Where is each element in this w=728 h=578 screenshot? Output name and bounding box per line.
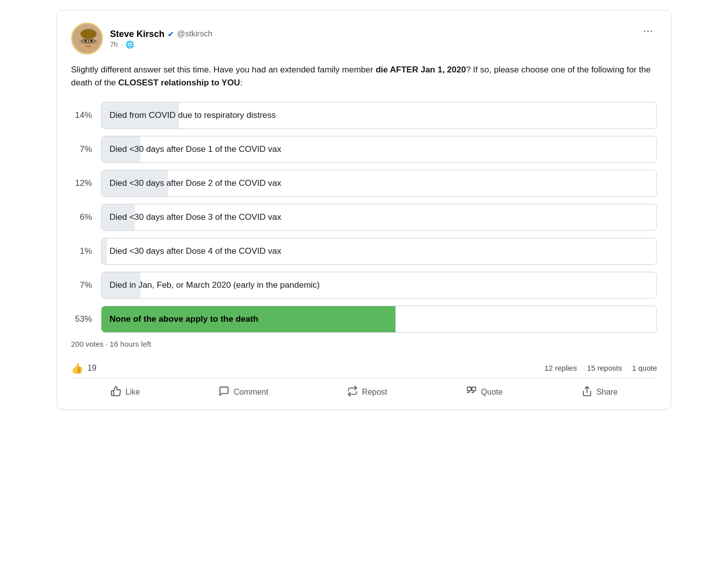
svg-point-4: [80, 29, 96, 39]
author-info: Steve Kirsch ✔ @stkirsch 7h · 🌐: [110, 29, 212, 48]
replies-count: 12 replies: [544, 364, 577, 372]
poll-separator: ·: [106, 340, 108, 348]
poll-pct: 14%: [71, 110, 92, 120]
svg-rect-15: [468, 387, 471, 390]
thumbs-up-icon: 👍: [71, 362, 84, 374]
quote-label: Quote: [481, 388, 503, 397]
time-left: 16 hours left: [110, 340, 152, 348]
poll-bar-wrapper[interactable]: Died <30 days after Dose 1 of the COVID …: [101, 136, 657, 163]
poll-row[interactable]: 7%Died in Jan, Feb, or March 2020 (early…: [71, 272, 657, 299]
repost-button[interactable]: Repost: [339, 382, 396, 403]
poll-bar-label: Died <30 days after Dose 1 of the COVID …: [102, 136, 656, 162]
reaction-count: 19: [88, 364, 96, 373]
poll-bar-label: Died <30 days after Dose 2 of the COVID …: [102, 170, 656, 196]
poll-row[interactable]: 7%Died <30 days after Dose 1 of the COVI…: [71, 136, 657, 163]
poll-pct: 7%: [71, 144, 92, 154]
poll-row[interactable]: 1%Died <30 days after Dose 4 of the COVI…: [71, 238, 657, 265]
share-label: Share: [596, 388, 618, 397]
post-header: Steve Kirsch ✔ @stkirsch 7h · 🌐 ···: [71, 22, 657, 54]
post-time: 7h: [110, 40, 118, 48]
vote-count: 200 votes: [71, 340, 104, 348]
poll-row[interactable]: 6%Died <30 days after Dose 3 of the COVI…: [71, 204, 657, 231]
post-text-end: :: [240, 78, 242, 87]
like-label: Like: [126, 388, 140, 397]
poll-row[interactable]: 53%None of the above apply to the death: [71, 306, 657, 333]
poll-options: 14%Died from COVID due to respiratory di…: [71, 102, 657, 333]
globe-icon: 🌐: [126, 40, 134, 48]
svg-point-14: [88, 43, 90, 45]
post-text-bold1: die AFTER Jan 1, 2020: [376, 65, 466, 74]
quote-icon: [466, 386, 477, 399]
reaction-left: 👍 19: [71, 362, 96, 374]
poll-meta: 200 votes · 16 hours left: [71, 340, 657, 348]
avatar: [71, 22, 103, 54]
like-button[interactable]: Like: [102, 382, 148, 403]
svg-point-8: [90, 40, 93, 42]
poll-bar-label: Died <30 days after Dose 4 of the COVID …: [102, 238, 656, 264]
reaction-right: 12 replies 15 reposts 1 quote: [544, 364, 657, 372]
poll-pct: 1%: [71, 246, 92, 256]
post-text: Slightly different answer set this time.…: [71, 63, 657, 90]
poll-bar-wrapper[interactable]: Died from COVID due to respiratory distr…: [101, 102, 657, 129]
poll-pct: 12%: [71, 178, 92, 188]
poll-bar-label: Died in Jan, Feb, or March 2020 (early i…: [102, 272, 656, 298]
like-icon: [110, 386, 122, 399]
quote-button[interactable]: Quote: [458, 382, 511, 403]
poll-row[interactable]: 12%Died <30 days after Dose 2 of the COV…: [71, 170, 657, 197]
author-handle: @stkirsch: [177, 29, 212, 38]
poll-row[interactable]: 14%Died from COVID due to respiratory di…: [71, 102, 657, 129]
poll-pct: 53%: [71, 314, 92, 324]
poll-pct: 7%: [71, 280, 92, 290]
poll-bar-label: Died from COVID due to respiratory distr…: [102, 102, 656, 128]
poll-bar-wrapper[interactable]: Died <30 days after Dose 3 of the COVID …: [101, 204, 657, 231]
poll-container: 14%Died from COVID due to respiratory di…: [71, 102, 657, 348]
poll-bar-wrapper[interactable]: Died <30 days after Dose 2 of the COVID …: [101, 170, 657, 197]
author-name: Steve Kirsch: [110, 29, 164, 39]
svg-point-7: [84, 40, 87, 42]
action-row: Like Comment Repost: [71, 379, 657, 409]
post-text-plain: Slightly different answer set this time.…: [71, 65, 376, 74]
repost-icon: [347, 386, 358, 399]
separator-dot: ·: [121, 40, 123, 48]
comment-button[interactable]: Comment: [210, 382, 276, 403]
share-icon: [582, 386, 592, 399]
reposts-count: 15 reposts: [587, 364, 622, 372]
author-meta: 7h · 🌐: [110, 40, 212, 48]
poll-bar-wrapper[interactable]: Died in Jan, Feb, or March 2020 (early i…: [101, 272, 657, 299]
verified-icon: ✔: [168, 29, 174, 39]
more-button[interactable]: ···: [639, 22, 657, 38]
share-button[interactable]: Share: [574, 382, 626, 403]
comment-label: Comment: [234, 388, 268, 397]
quotes-count: 1 quote: [632, 364, 657, 372]
post-card: Steve Kirsch ✔ @stkirsch 7h · 🌐 ··· Slig…: [56, 10, 672, 410]
poll-bar-wrapper[interactable]: None of the above apply to the death: [101, 306, 657, 333]
poll-bar-wrapper[interactable]: Died <30 days after Dose 4 of the COVID …: [101, 238, 657, 265]
reactions-row: 👍 19 12 replies 15 reposts 1 quote: [71, 358, 657, 379]
poll-pct: 6%: [71, 212, 92, 222]
comment-icon: [218, 386, 230, 399]
poll-bar-label: None of the above apply to the death: [102, 306, 656, 332]
svg-rect-16: [472, 387, 476, 390]
post-text-bold2: CLOSEST relationship to YOU: [118, 78, 240, 87]
poll-bar-label: Died <30 days after Dose 3 of the COVID …: [102, 204, 656, 230]
repost-label: Repost: [362, 388, 388, 397]
